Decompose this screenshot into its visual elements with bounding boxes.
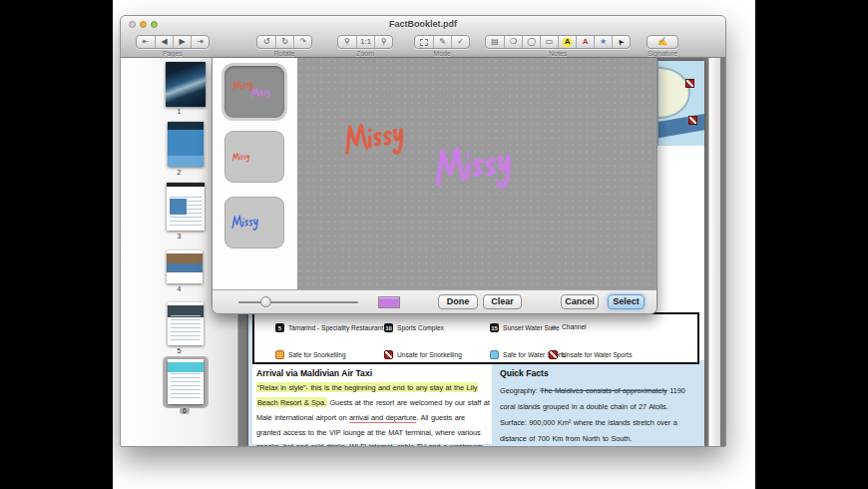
go-first-icon[interactable]: ⇤ xyxy=(137,36,155,48)
signature-thumbnail-3[interactable] xyxy=(224,197,284,248)
go-next-icon[interactable]: ▶ xyxy=(173,36,191,48)
select-button[interactable]: Select xyxy=(608,294,645,309)
slider-thumb[interactable] xyxy=(260,296,271,307)
signature-group: ✍ Signature xyxy=(647,35,678,57)
text-note-icon[interactable]: ▤ xyxy=(486,36,504,48)
rectangle-shape-icon[interactable]: ▭ xyxy=(540,36,558,48)
zoom-group: ⚲ 1:1 ⚲ Zoom xyxy=(337,35,393,57)
content-area: 1 2 3 4 5 6 xyxy=(121,58,725,446)
pages-group-label: Pages xyxy=(163,50,183,57)
signature-icon[interactable]: ✍ xyxy=(648,36,677,48)
quick-facts-line: Surface: 900,000 Km² where the islands s… xyxy=(500,418,677,427)
rotate-right-icon[interactable]: ↻ xyxy=(275,36,293,48)
notes-group-label: Notes xyxy=(549,50,567,57)
signature-group-label: Signature xyxy=(648,50,677,57)
checkmark-icon[interactable]: ✓ xyxy=(451,36,469,48)
legend-badge: 10 xyxy=(384,323,393,332)
island-map-image xyxy=(657,61,704,146)
stroke-width-slider[interactable] xyxy=(238,296,358,308)
rotate-group: ↺ ↻ ↷ Rotate xyxy=(256,35,312,57)
sidebar-thumbnail-3[interactable] xyxy=(167,183,205,231)
zoom-group-label: Zoom xyxy=(356,50,374,57)
quick-facts-line: coral islands grouped in a double chain … xyxy=(500,402,668,411)
zoom-out-icon[interactable]: ⚲ xyxy=(338,36,356,48)
quick-facts-heading: Quick Facts xyxy=(500,368,549,378)
signature-thumbnail-list xyxy=(213,58,297,289)
cursor-arrow-icon[interactable]: ➤ xyxy=(612,36,630,48)
highlight-text-icon[interactable]: A xyxy=(558,36,576,48)
article-line: Malé international airport on arrival an… xyxy=(256,413,465,422)
sidebar-thumbnail-1[interactable] xyxy=(166,62,206,107)
mode-group-label: Mode xyxy=(433,50,451,57)
color-swatch[interactable] xyxy=(378,296,400,308)
article-line: granted access to the VIP lounge at the … xyxy=(256,428,481,437)
zoom-in-icon[interactable]: ⚲ xyxy=(374,36,392,48)
channel-arrows-icon: ↔ xyxy=(549,322,558,331)
page-number-5: 5 xyxy=(121,347,237,354)
oval-shape-icon[interactable]: ◯ xyxy=(522,36,540,48)
sidebar-thumbnail-5[interactable] xyxy=(168,302,204,345)
legend-badge: 15 xyxy=(490,323,499,332)
done-button[interactable]: Done xyxy=(438,294,478,309)
unsafe-water-sports-icon xyxy=(549,350,558,359)
select-rectangle-icon[interactable] xyxy=(415,36,433,48)
legend-label: Sports Complex xyxy=(397,324,444,331)
cancel-button[interactable]: Cancel xyxy=(561,294,599,309)
mode-group: ✎ ✓ Mode xyxy=(414,35,470,57)
signature-canvas[interactable] xyxy=(297,58,656,289)
signature-word-red xyxy=(338,110,420,163)
article-heading: Arrival via Maldivian Air Taxi xyxy=(256,368,372,378)
legend-label: Unsafe for Water Sports xyxy=(562,351,632,358)
article-line: “Relax in style”- this is the beginning … xyxy=(256,383,478,392)
flip-icon[interactable]: ↷ xyxy=(293,36,311,48)
legend-badge: 5 xyxy=(275,323,284,332)
titlebar: FactBooklet.pdf xyxy=(121,16,725,33)
signature-panel: Done Clear Cancel Select xyxy=(212,58,657,314)
map-legend: 5 Tamarind - Speciality Restaurant 10 Sp… xyxy=(252,312,699,364)
signature-thumbnail-2[interactable] xyxy=(224,131,284,183)
unsafe-snorkelling-icon xyxy=(384,350,393,359)
signature-word-purple xyxy=(428,132,532,197)
page-number-6: 6 xyxy=(180,407,190,414)
rotate-left-icon[interactable]: ↺ xyxy=(257,36,275,48)
legend-label: Channel xyxy=(562,323,587,330)
signature-panel-toolbar: Done Clear Cancel Select xyxy=(213,289,656,313)
actual-size-icon[interactable]: 1:1 xyxy=(356,36,374,48)
rotate-group-label: Rotate xyxy=(274,50,295,57)
text-color-icon[interactable]: A xyxy=(576,36,594,48)
sidebar-thumbnail-6[interactable] xyxy=(168,359,204,404)
go-last-icon[interactable]: ⇥ xyxy=(191,36,209,48)
quick-facts-line: distance of 700 Km from North to South. xyxy=(500,434,632,443)
island-shape xyxy=(657,67,690,119)
unsafe-marker-icon xyxy=(685,79,694,88)
legend-label: Safe for Snorkelling xyxy=(288,351,346,358)
go-previous-icon[interactable]: ◀ xyxy=(155,36,173,48)
slider-track xyxy=(238,301,358,303)
sidebar-thumbnail-4[interactable] xyxy=(167,250,203,283)
preview-window: FactBooklet.pdf ⇤ ◀ ▶ ⇥ Pages ↺ ↻ ↷ Rota xyxy=(120,15,726,447)
window-title: FactBooklet.pdf xyxy=(121,19,725,29)
scrollbar[interactable] xyxy=(708,58,720,446)
pages-group: ⇤ ◀ ▶ ⇥ Pages xyxy=(136,35,210,57)
legend-label: Unsafe for Snorkelling xyxy=(397,351,462,358)
notes-group: ▤ ❍ ◯ ▭ A A ★ ➤ Notes xyxy=(485,35,631,57)
desktop: FactBooklet.pdf ⇤ ◀ ▶ ⇥ Pages ↺ ↻ ↷ Rota xyxy=(0,0,868,489)
article-line: snacks, hot and cold drinks, Wi-Fi inter… xyxy=(256,442,483,447)
safe-water-sports-icon xyxy=(490,350,499,359)
unsafe-marker-icon xyxy=(688,116,697,125)
quick-facts-line: Geography: The Maldives consists of appr… xyxy=(500,386,685,395)
legend-label: Tamarind - Speciality Restaurant xyxy=(288,324,383,331)
sidebar-thumbnail-2[interactable] xyxy=(168,122,204,167)
speech-bubble-icon[interactable]: ❍ xyxy=(504,36,522,48)
annotate-pen-icon[interactable]: ✎ xyxy=(433,36,451,48)
clear-button[interactable]: Clear xyxy=(483,294,522,309)
signature-thumbnail-1[interactable] xyxy=(224,66,284,118)
star-icon[interactable]: ★ xyxy=(594,36,612,48)
article-line: Beach Resort & Spa. Guests at the resort… xyxy=(256,398,490,407)
safe-snorkelling-icon xyxy=(275,350,284,359)
toolbar: ⇤ ◀ ▶ ⇥ Pages ↺ ↻ ↷ Rotate ⚲ 1:1 xyxy=(121,33,725,58)
